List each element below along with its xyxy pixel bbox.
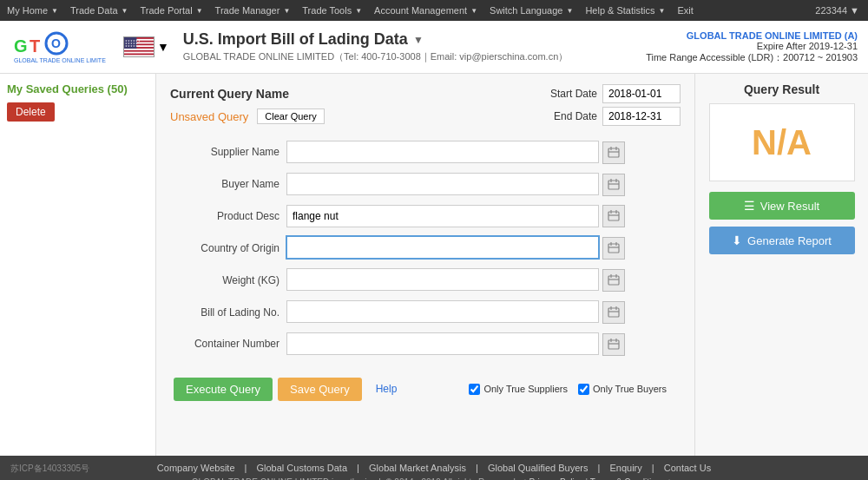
end-date-input[interactable] bbox=[602, 107, 681, 126]
nav-trade-data[interactable]: Trade Data▼ bbox=[70, 5, 130, 16]
list-icon: ☰ bbox=[744, 199, 755, 213]
help-link[interactable]: Help bbox=[376, 383, 398, 395]
ldr-range: Time Range Accessible (LDR)：200712 ~ 201… bbox=[646, 51, 858, 64]
input-buyer-name[interactable] bbox=[286, 173, 599, 195]
svg-rect-10 bbox=[124, 49, 155, 50]
current-query-name-label: Current Query Name bbox=[170, 87, 550, 101]
nav-trade-manager[interactable]: Trade Manager▼ bbox=[215, 5, 293, 16]
field-icon-bol-no[interactable] bbox=[602, 301, 625, 324]
na-value: N/A bbox=[752, 123, 812, 162]
footer-company-website[interactable]: Company Website bbox=[157, 463, 235, 473]
logo-area: G T O GLOBAL TRADE ONLINE LIMITED bbox=[10, 28, 106, 66]
footer-global-market[interactable]: Global Market Analysis bbox=[369, 463, 466, 473]
svg-text:G: G bbox=[14, 36, 28, 56]
footer: 苏ICP备14033305号 Company Website | Global … bbox=[0, 456, 868, 480]
field-icon-container-number[interactable] bbox=[602, 333, 625, 356]
checkbox-area: Only True Suppliers Only True Buyers bbox=[469, 384, 677, 395]
company-logo: G T O GLOBAL TRADE ONLINE LIMITED bbox=[10, 28, 106, 66]
svg-text:O: O bbox=[51, 36, 61, 50]
nav-help-stats[interactable]: Help & Statistics▼ bbox=[585, 5, 667, 16]
start-date-input[interactable] bbox=[602, 84, 681, 103]
right-panel: Query Result N/A ☰ View Result ⬇ Generat… bbox=[694, 74, 868, 456]
label-supplier-name: Supplier Name bbox=[170, 136, 283, 168]
form-row-buyer-name: Buyer Name bbox=[170, 168, 681, 201]
nav-my-home[interactable]: My Home▼ bbox=[7, 5, 60, 16]
footer-enquiry[interactable]: Enquiry bbox=[609, 463, 641, 473]
end-date-label: End Date bbox=[554, 110, 597, 122]
icp-number: 苏ICP备14033305号 bbox=[10, 463, 89, 475]
input-weight-kg[interactable] bbox=[286, 268, 599, 291]
saved-queries-title: My Saved Queries (50) bbox=[7, 82, 148, 95]
sidebar: My Saved Queries (50) Delete bbox=[0, 74, 156, 456]
only-true-buyers-label: Only True Buyers bbox=[593, 384, 667, 394]
view-result-button[interactable]: ☰ View Result bbox=[709, 192, 855, 220]
header-title-area: U.S. Import Bill of Lading Data ▼ GLOBAL… bbox=[183, 30, 646, 63]
input-bol-no[interactable] bbox=[286, 300, 599, 323]
footer-global-buyers[interactable]: Global Qualified Buyers bbox=[488, 463, 589, 473]
nav-exit[interactable]: Exit bbox=[677, 5, 694, 16]
account-number: 223344 ▼ bbox=[815, 5, 859, 16]
footer-copyright: GLOBAL TRADE ONLINE LIMITED is authorize… bbox=[0, 477, 868, 480]
save-query-button[interactable]: Save Query bbox=[278, 378, 362, 401]
title-dropdown-arrow[interactable]: ▼ bbox=[413, 34, 424, 46]
field-icon-supplier-name[interactable] bbox=[602, 141, 625, 164]
svg-rect-33 bbox=[608, 276, 619, 285]
expire-date: Expire After 2019-12-31 bbox=[646, 41, 858, 51]
chart-icon: ⬇ bbox=[732, 233, 742, 247]
flag-area[interactable]: ★★★★★★ ★★★★★ ★★★★★★ ▼ bbox=[123, 36, 169, 57]
field-icon-weight-kg[interactable] bbox=[602, 269, 625, 292]
field-icon-country-of-origin[interactable] bbox=[602, 237, 625, 260]
form-row-country-of-origin: Country of Origin bbox=[170, 232, 681, 264]
field-icon-product-desc[interactable] bbox=[602, 205, 625, 227]
nav-trade-portal[interactable]: Trade Portal▼ bbox=[141, 5, 205, 16]
flag-dropdown-arrow[interactable]: ▼ bbox=[157, 40, 169, 54]
nav-switch-lang[interactable]: Switch Language▼ bbox=[490, 5, 575, 16]
only-true-buyers-checkbox[interactable] bbox=[578, 384, 589, 395]
footer-global-customs[interactable]: Global Customs Data bbox=[257, 463, 348, 473]
input-product-desc[interactable] bbox=[286, 205, 599, 227]
label-country-of-origin: Country of Origin bbox=[170, 232, 283, 264]
only-true-suppliers-label: Only True Suppliers bbox=[483, 384, 568, 394]
top-navigation: My Home▼ Trade Data▼ Trade Portal▼ Trade… bbox=[0, 0, 868, 21]
nav-account-mgmt[interactable]: Account Management▼ bbox=[374, 5, 479, 16]
form-row-supplier-name: Supplier Name bbox=[170, 136, 681, 168]
svg-rect-12 bbox=[124, 55, 155, 56]
generate-report-button[interactable]: ⬇ Generate Report bbox=[709, 227, 855, 254]
company-name: GLOBAL TRADE ONLINE LIMITED (A) bbox=[646, 30, 858, 41]
label-bol-no: Bill of Lading No. bbox=[170, 296, 283, 328]
input-country-of-origin[interactable] bbox=[286, 236, 599, 259]
field-icon-buyer-name[interactable] bbox=[602, 174, 625, 196]
svg-rect-17 bbox=[608, 148, 619, 157]
label-weight-kg: Weight (KG) bbox=[170, 264, 283, 296]
header-subtitle: GLOBAL TRADE ONLINE LIMITED（Tel: 400-710… bbox=[183, 50, 646, 63]
label-container-number: Container Number bbox=[170, 328, 283, 360]
delete-button[interactable]: Delete bbox=[7, 102, 55, 122]
label-buyer-name: Buyer Name bbox=[170, 168, 283, 201]
footer-links: Company Website | Global Customs Data | … bbox=[0, 463, 868, 473]
clear-query-button[interactable]: Clear Query bbox=[257, 108, 324, 124]
start-date-label: Start Date bbox=[550, 88, 597, 100]
svg-rect-21 bbox=[608, 181, 619, 189]
query-result-title: Query Result bbox=[744, 82, 819, 96]
svg-rect-41 bbox=[608, 340, 619, 349]
input-supplier-name[interactable] bbox=[286, 141, 599, 163]
svg-text:★★★★★★: ★★★★★★ bbox=[125, 44, 141, 48]
unsaved-query-label: Unsaved Query bbox=[170, 110, 248, 123]
form-row-bol-no: Bill of Lading No. bbox=[170, 296, 681, 328]
nav-trade-tools[interactable]: Trade Tools▼ bbox=[302, 5, 364, 16]
footer-contact-us[interactable]: Contact Us bbox=[664, 463, 711, 473]
result-box: N/A bbox=[709, 103, 855, 181]
form-row-container-number: Container Number bbox=[170, 328, 681, 360]
svg-rect-25 bbox=[608, 212, 619, 220]
input-container-number[interactable] bbox=[286, 332, 599, 355]
label-product-desc: Product Desc bbox=[170, 201, 283, 233]
only-true-suppliers-checkbox[interactable] bbox=[469, 384, 480, 395]
us-flag: ★★★★★★ ★★★★★ ★★★★★★ bbox=[123, 36, 155, 57]
form-row-product-desc: Product Desc bbox=[170, 201, 681, 233]
main-layout: My Saved Queries (50) Delete Current Que… bbox=[0, 74, 868, 456]
query-area: Current Query Name Start Date Unsaved Qu… bbox=[156, 74, 694, 456]
svg-rect-29 bbox=[608, 244, 619, 253]
svg-text:GLOBAL TRADE ONLINE LIMITED: GLOBAL TRADE ONLINE LIMITED bbox=[14, 57, 106, 63]
page-title: U.S. Import Bill of Lading Data ▼ bbox=[183, 30, 646, 49]
execute-query-button[interactable]: Execute Query bbox=[174, 378, 273, 401]
